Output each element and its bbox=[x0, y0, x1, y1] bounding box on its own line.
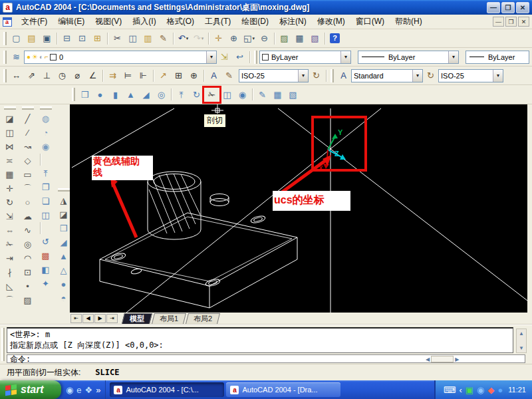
dimension-edit-button[interactable]: ✎ bbox=[221, 68, 237, 82]
linear-dimension-button[interactable]: ↔ bbox=[9, 68, 24, 82]
unlock-icon[interactable]: ⌐ bbox=[45, 54, 49, 61]
intersect-button[interactable]: ◉ bbox=[38, 140, 53, 153]
tray-network-icon[interactable]: ● bbox=[497, 386, 503, 394]
stretch-button[interactable]: ⇔ bbox=[2, 223, 17, 237]
toolbar-grip[interactable] bbox=[58, 188, 70, 192]
toolbar-grip[interactable] bbox=[331, 69, 334, 82]
spline-button[interactable]: ∿ bbox=[20, 223, 35, 237]
tab-layout1[interactable]: 布局1 bbox=[152, 313, 186, 324]
array-button[interactable]: ▦ bbox=[2, 168, 17, 181]
dropdown-arrow-icon[interactable]: ▾ bbox=[186, 36, 189, 41]
circle-button[interactable]: ○ bbox=[20, 196, 35, 209]
extrude-faces-button[interactable]: ⤒ bbox=[38, 166, 53, 180]
menu-edit[interactable]: 编辑(E) bbox=[53, 15, 90, 29]
keyboard-icon[interactable]: ⌨ bbox=[444, 386, 456, 394]
menu-format[interactable]: 格式(O) bbox=[162, 15, 200, 29]
line-button[interactable]: ╱ bbox=[20, 112, 35, 125]
tab-layout2[interactable]: 布局2 bbox=[186, 313, 220, 324]
continue-dimension-button[interactable]: ⊩ bbox=[136, 68, 151, 82]
zoom-window-button[interactable]: ◱▾ bbox=[241, 31, 257, 45]
chevron-down-icon[interactable]: ▾ bbox=[493, 70, 503, 82]
center-mark-button[interactable]: ⊕ bbox=[186, 68, 201, 82]
extend-button[interactable]: ⇥ bbox=[2, 251, 17, 265]
pyramid-button[interactable]: ▲ bbox=[56, 249, 71, 263]
command-window-grip[interactable] bbox=[1, 328, 5, 361]
union-button[interactable]: ◍ bbox=[38, 112, 53, 125]
new-button[interactable]: ▢ bbox=[9, 31, 24, 45]
toolbar-grip[interactable] bbox=[3, 51, 7, 64]
baseline-dimension-button[interactable]: ⊨ bbox=[120, 68, 136, 82]
dropdown-arrow-icon[interactable]: ▾ bbox=[252, 36, 255, 41]
wedge-surface-button[interactable]: ◢ bbox=[56, 235, 71, 249]
mdi-restore-button[interactable]: ❐ bbox=[505, 17, 517, 27]
task-autocad-1[interactable]: aAutoCAD 2004 - [C:\... bbox=[110, 382, 224, 397]
undo-button[interactable]: ↶▾ bbox=[176, 31, 191, 45]
rotate-faces-button[interactable]: ↺ bbox=[38, 235, 53, 248]
scroll-right-icon[interactable]: ▶ bbox=[455, 356, 459, 362]
menu-modify[interactable]: 修改(M) bbox=[312, 15, 350, 29]
point-button[interactable]: • bbox=[20, 279, 35, 293]
torus-button[interactable]: ◎ bbox=[154, 88, 169, 102]
tab-first-button[interactable]: ⇤ bbox=[70, 314, 82, 323]
interfere-button[interactable]: ◉ bbox=[235, 88, 250, 102]
copy-faces-button[interactable]: ◫ bbox=[38, 208, 53, 221]
make-layer-current-button[interactable]: ⇲ bbox=[217, 50, 232, 64]
ellipse-arc-button[interactable]: ◠ bbox=[20, 251, 35, 265]
redo-button[interactable]: ↷▾ bbox=[191, 31, 206, 45]
scroll-down-icon[interactable]: ▼ bbox=[519, 345, 524, 351]
toolbar-grip[interactable] bbox=[40, 106, 52, 110]
tab-model[interactable]: 模型 bbox=[122, 313, 152, 324]
2d-solid-button[interactable]: ◮ bbox=[56, 194, 71, 207]
menu-view[interactable]: 视图(V) bbox=[90, 15, 127, 29]
scroll-up-icon[interactable]: ▲ bbox=[519, 331, 524, 336]
revision-cloud-button[interactable]: ☁ bbox=[20, 209, 35, 223]
offset-button[interactable]: ≍ bbox=[2, 154, 17, 167]
properties-button[interactable]: ▨ bbox=[277, 31, 292, 45]
move-faces-button[interactable]: ❐ bbox=[38, 180, 53, 194]
tool-palettes-button[interactable]: ▧ bbox=[307, 31, 323, 45]
extrude-button[interactable]: ⤒ bbox=[174, 88, 189, 102]
layer-manager-button[interactable]: ≋ bbox=[9, 50, 24, 64]
mdi-minimize-button[interactable]: — bbox=[493, 17, 504, 27]
text-style-combo[interactable]: Standard ▾ bbox=[351, 69, 423, 82]
rectangle-button[interactable]: ▭ bbox=[20, 168, 35, 181]
hatch-button[interactable]: ▨ bbox=[20, 293, 35, 307]
dimension-text-edit-button[interactable]: A bbox=[206, 68, 221, 82]
section-button[interactable]: ◫ bbox=[219, 88, 235, 102]
plot-button[interactable]: ⊟ bbox=[59, 31, 74, 45]
3d-face-button[interactable]: ◪ bbox=[56, 207, 71, 221]
cone-button[interactable]: ▲ bbox=[123, 88, 138, 102]
designcenter-button[interactable]: ▦ bbox=[292, 31, 307, 45]
scrollbar-thumb[interactable] bbox=[431, 356, 454, 362]
move-button[interactable]: ✛ bbox=[2, 182, 17, 195]
quick-dimension-button[interactable]: ⇉ bbox=[105, 68, 120, 82]
toolbar-grip[interactable] bbox=[254, 51, 257, 64]
menu-file[interactable]: 文件(F) bbox=[16, 15, 53, 29]
layer-combo[interactable]: ●☀◐⌐ 0 ▾ bbox=[24, 51, 217, 64]
chevron-down-icon[interactable]: ▾ bbox=[448, 51, 458, 63]
bulb-on-icon[interactable]: ● bbox=[27, 54, 31, 61]
menu-dimension[interactable]: 标注(N) bbox=[274, 15, 312, 29]
radius-dimension-button[interactable]: ◷ bbox=[55, 68, 70, 82]
setup-view-button[interactable]: ▦ bbox=[270, 88, 285, 102]
command-vertical-scrollbar[interactable]: ▲ ▼ bbox=[516, 329, 527, 353]
polygon-button[interactable]: ◇ bbox=[20, 154, 35, 167]
chevron-down-icon[interactable]: ▾ bbox=[206, 51, 216, 63]
tab-last-button[interactable]: ⇥ bbox=[106, 314, 118, 323]
menu-insert[interactable]: 插入(I) bbox=[127, 15, 161, 29]
break-button[interactable]: ∤ bbox=[2, 265, 17, 279]
restore-button[interactable]: ❐ bbox=[501, 2, 515, 13]
open-button[interactable]: ▤ bbox=[24, 31, 39, 45]
toolbar-grip[interactable] bbox=[3, 69, 7, 82]
close-button[interactable]: ✕ bbox=[516, 2, 529, 13]
construction-line-button[interactable]: ∕ bbox=[20, 126, 35, 139]
sphere-button[interactable]: ● bbox=[92, 88, 108, 102]
viewport-freeze-icon[interactable]: ◐ bbox=[39, 54, 43, 61]
toolbar-grip[interactable] bbox=[22, 106, 34, 110]
start-button[interactable]: start bbox=[0, 380, 61, 399]
minimize-button[interactable]: — bbox=[487, 2, 500, 13]
tray-shield-icon[interactable]: ◆ bbox=[487, 386, 494, 394]
menu-help[interactable]: 帮助(H) bbox=[390, 15, 428, 29]
cylinder-button[interactable]: ▮ bbox=[108, 88, 123, 102]
erase-button[interactable]: ◪ bbox=[2, 112, 17, 125]
